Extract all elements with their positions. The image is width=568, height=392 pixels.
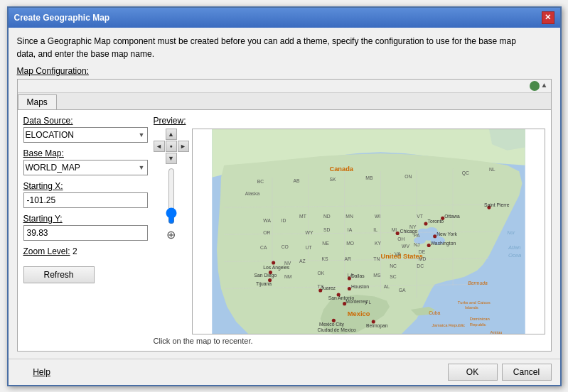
starting-y-input[interactable]: [23, 225, 148, 241]
dialog-body: Since a Geographic Map component must be…: [9, 28, 560, 359]
map-preview-area: ▲ ◄ ● ► ▼: [154, 129, 545, 334]
base-map-label: Base Map:: [23, 148, 148, 158]
starting-x-label: Starting X:: [23, 181, 148, 191]
preview-label: Preview:: [154, 116, 545, 126]
svg-text:Canada: Canada: [329, 165, 353, 173]
svg-text:Nor: Nor: [507, 230, 515, 235]
svg-text:MT: MT: [299, 214, 306, 219]
pan-right-button[interactable]: ►: [178, 141, 189, 152]
svg-text:OH: OH: [397, 236, 404, 241]
map-click-text: Click on the map to recenter.: [154, 337, 545, 345]
svg-text:Turks and Caicos: Turks and Caicos: [457, 300, 490, 304]
svg-text:Mexico: Mexico: [347, 310, 370, 317]
zoom-slider[interactable]: [164, 168, 178, 224]
starting-x-input[interactable]: [23, 192, 148, 208]
svg-text:WV: WV: [402, 243, 409, 248]
svg-text:NJ: NJ: [414, 242, 419, 247]
svg-text:CA: CA: [260, 245, 267, 250]
svg-text:Aruba: Aruba: [449, 333, 460, 334]
svg-text:Mexico City: Mexico City: [319, 321, 345, 327]
svg-text:Jamaica Republic: Jamaica Republic: [432, 322, 465, 327]
dialog-footer: Help OK Cancel: [9, 359, 560, 385]
svg-text:NL: NL: [488, 167, 495, 172]
ctrl-row-top: ▲: [154, 129, 189, 140]
tab-maps[interactable]: Maps: [18, 94, 57, 109]
pan-down-button[interactable]: ▼: [166, 153, 177, 164]
map-config-header: ▲: [18, 80, 551, 93]
svg-text:WI: WI: [374, 214, 380, 219]
data-source-group: Data Source: ELOCATION: [23, 116, 148, 143]
svg-text:MD: MD: [418, 256, 426, 261]
svg-text:ON: ON: [404, 174, 412, 179]
svg-text:Saint Pierre: Saint Pierre: [484, 202, 510, 207]
ctrl-row-middle: ◄ ● ►: [154, 141, 189, 152]
svg-text:TN: TN: [373, 256, 380, 261]
refresh-button[interactable]: Refresh: [23, 266, 95, 283]
pan-left-button[interactable]: ◄: [154, 141, 165, 152]
close-button[interactable]: ✕: [542, 11, 554, 24]
svg-text:Tijuana: Tijuana: [256, 281, 272, 287]
collapse-arrow[interactable]: ▲: [541, 81, 548, 91]
svg-text:KY: KY: [374, 241, 381, 246]
svg-text:Belmopan: Belmopan: [366, 322, 388, 328]
svg-text:Cuba: Cuba: [429, 310, 440, 315]
map-controls: ▲ ◄ ● ► ▼: [154, 129, 189, 334]
svg-text:IA: IA: [347, 227, 352, 232]
svg-text:Alaska: Alaska: [245, 191, 259, 196]
svg-text:Los Angeles: Los Angeles: [263, 264, 289, 270]
map-image-container[interactable]: Atlan Ocea Canada United States Mexico A…: [192, 129, 545, 334]
zoom-label: Zoom Level:: [23, 246, 70, 256]
svg-text:NM: NM: [284, 274, 291, 279]
svg-text:Ottawa: Ottawa: [444, 213, 460, 218]
svg-text:SC: SC: [390, 274, 397, 279]
svg-text:MN: MN: [345, 214, 353, 219]
help-button[interactable]: Help: [17, 364, 67, 380]
cursor-icon: ⊕: [154, 228, 189, 241]
data-source-select-wrapper: ELOCATION: [23, 127, 148, 143]
ok-button[interactable]: OK: [448, 364, 498, 381]
cancel-button[interactable]: Cancel: [502, 364, 552, 381]
svg-point-72: [395, 232, 399, 235]
svg-text:OR: OR: [263, 230, 270, 235]
tabs-bar: Maps: [18, 93, 551, 110]
svg-text:Dallas: Dallas: [350, 273, 364, 278]
svg-text:Atlan: Atlan: [508, 244, 520, 251]
svg-text:Dominican: Dominican: [469, 317, 489, 321]
description-text: Since a Geographic Map component must be…: [17, 35, 552, 60]
left-panel: Data Source: ELOCATION Base Map: WORLD: [23, 116, 148, 345]
svg-text:MO: MO: [346, 241, 354, 246]
svg-text:NC: NC: [390, 263, 397, 268]
svg-text:BC: BC: [257, 179, 264, 184]
zoom-value: 2: [73, 246, 77, 256]
create-geographic-map-dialog: Create Geographic Map ✕ Since a Geograph…: [7, 6, 562, 386]
svg-text:PA: PA: [414, 233, 420, 238]
svg-text:UT: UT: [305, 245, 311, 250]
svg-text:MB: MB: [365, 175, 373, 180]
dialog-title: Create Geographic Map: [14, 13, 110, 23]
data-source-select[interactable]: ELOCATION: [23, 127, 148, 143]
svg-text:Ciudad de Mexico: Ciudad de Mexico: [317, 327, 355, 332]
right-panel: Preview: ▲ ◄ ● ►: [154, 116, 545, 345]
svg-text:CO: CO: [281, 244, 288, 249]
svg-text:WY: WY: [305, 230, 313, 235]
base-map-select-wrapper: WORLD_MAP: [23, 160, 148, 175]
header-icons: ▲: [530, 81, 548, 91]
svg-text:DE: DE: [418, 249, 425, 254]
zoom-level-group: Zoom Level: 2: [23, 246, 148, 256]
svg-text:QC: QC: [461, 170, 468, 175]
svg-text:VT: VT: [417, 214, 423, 219]
pan-center-button[interactable]: ●: [166, 141, 177, 152]
svg-text:KS: KS: [321, 256, 328, 261]
pan-up-button[interactable]: ▲: [166, 129, 177, 140]
ctrl-row-bottom: ▼: [154, 153, 189, 164]
svg-text:OK: OK: [317, 270, 324, 275]
svg-text:Islands: Islands: [465, 305, 478, 310]
base-map-select[interactable]: WORLD_MAP: [23, 160, 148, 175]
starting-y-group: Starting Y:: [23, 214, 148, 241]
base-map-group: Base Map: WORLD_MAP: [23, 148, 148, 175]
tab-content: Data Source: ELOCATION Base Map: WORLD: [18, 110, 551, 351]
svg-text:San Diego: San Diego: [254, 272, 277, 278]
svg-text:AZ: AZ: [299, 258, 306, 263]
svg-text:ND: ND: [323, 214, 330, 219]
svg-text:United States: United States: [380, 253, 422, 260]
